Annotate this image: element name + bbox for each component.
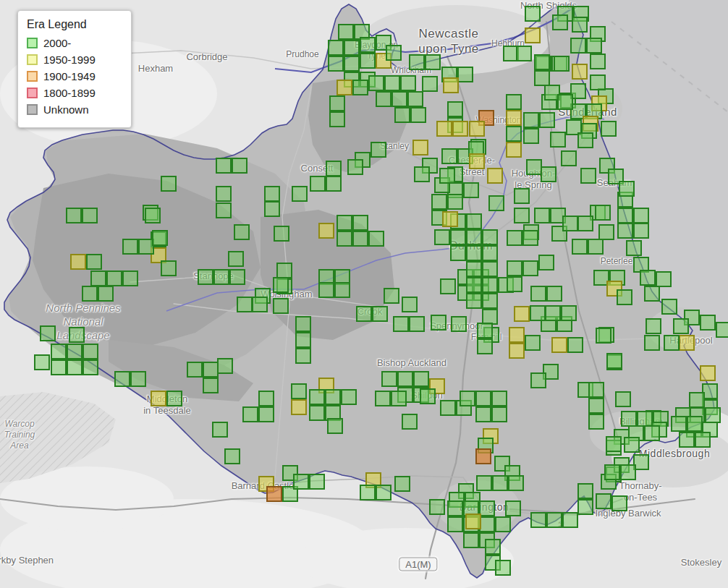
legend-label: 1900-1949 bbox=[43, 70, 96, 82]
legend-swatch-icon bbox=[27, 88, 38, 98]
legend-swatch-icon bbox=[27, 54, 38, 65]
legend-row: 1800-1899 bbox=[27, 87, 121, 99]
map-app: Newcastle upon TyneSunderlandDurhamMiddl… bbox=[0, 0, 728, 588]
legend-label: 1950-1999 bbox=[43, 54, 96, 66]
era-legend: Era Legend 2000-1950-19991900-19491800-1… bbox=[17, 10, 132, 128]
legend-label: Unknown bbox=[43, 103, 89, 116]
legend-title: Era Legend bbox=[27, 18, 121, 31]
legend-label: 2000- bbox=[43, 37, 71, 49]
legend-row: 2000- bbox=[27, 37, 121, 49]
road-shield-a1m: A1(M) bbox=[399, 558, 437, 571]
legend-row: 1950-1999 bbox=[27, 54, 121, 66]
legend-row: 1900-1949 bbox=[27, 70, 121, 82]
legend-label: 1800-1899 bbox=[43, 87, 96, 99]
legend-items: 2000-1950-19991900-19491800-1899Unknown bbox=[27, 37, 121, 116]
legend-swatch-icon bbox=[27, 38, 38, 48]
legend-swatch-icon bbox=[27, 71, 38, 82]
legend-swatch-icon bbox=[27, 104, 38, 115]
legend-row: Unknown bbox=[27, 103, 121, 116]
